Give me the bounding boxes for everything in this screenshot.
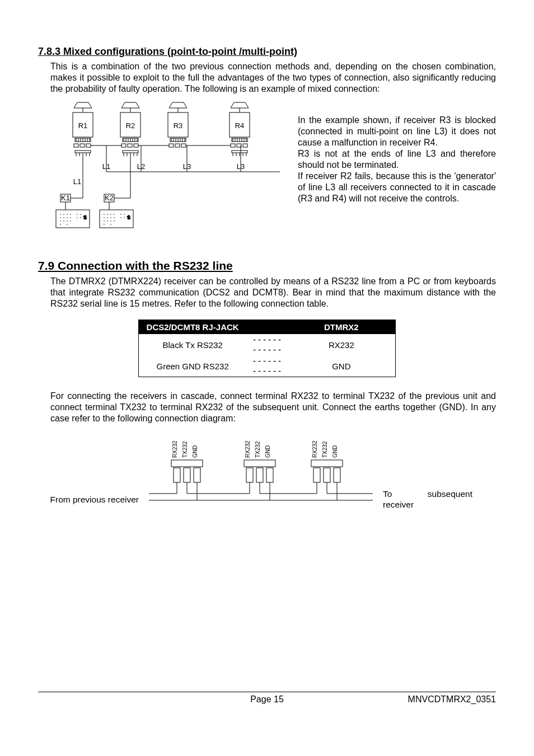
connection-table: DCS2/DCMT8 RJ-JACK DTMRX2 Black Tx RS232…: [138, 320, 396, 377]
svg-point-115: [124, 214, 125, 215]
label-from-previous: From previous receiver: [38, 454, 139, 505]
svg-point-110: [104, 214, 105, 215]
footer-page: Page 15: [38, 694, 496, 705]
svg-point-106: [67, 220, 68, 222]
cell-left: Green GND RS232: [139, 355, 247, 377]
svg-rect-132: [184, 468, 190, 482]
svg-point-92: [60, 214, 61, 215]
table-row: Green GND RS232 ------------ GND: [139, 355, 396, 377]
svg-point-96: [77, 214, 78, 215]
para-79-1: The DTMRX2 (DTMRX224) receiver can be co…: [50, 276, 496, 309]
page-footer: Page 15 MNVCDTMRX2_0351: [38, 692, 496, 705]
svg-rect-146: [324, 468, 330, 482]
svg-rect-147: [334, 468, 340, 482]
svg-rect-144: [311, 460, 343, 467]
para-79-2: For connecting the receivers in cascade,…: [50, 391, 496, 424]
label-K2: K2: [105, 194, 114, 202]
label-L1b: L1: [73, 177, 81, 186]
svg-marker-0: [74, 102, 92, 108]
svg-point-105: [63, 220, 64, 222]
svg-rect-32: [128, 144, 132, 147]
heading-783: 7.8.3 Mixed configurations (point-to-poi…: [38, 46, 496, 58]
svg-point-108: [60, 224, 61, 225]
svg-point-113: [114, 214, 115, 215]
svg-rect-138: [246, 468, 253, 482]
svg-marker-40: [169, 102, 187, 108]
svg-rect-68: [232, 151, 247, 153]
svg-rect-137: [244, 460, 275, 467]
svg-point-112: [110, 214, 111, 215]
svg-rect-130: [171, 460, 203, 467]
svg-point-101: [70, 217, 71, 218]
cell-sep: ------------: [246, 355, 287, 377]
pin-rx232: RX232: [312, 440, 318, 458]
svg-point-111: [107, 214, 108, 215]
label-R1: R1: [78, 121, 88, 130]
figure2-row: From previous receiver RX232 TX232 GND: [38, 438, 496, 522]
svg-point-114: [120, 214, 121, 215]
example-paragraph: In the example shown, if receiver R3 is …: [298, 100, 496, 204]
svg-rect-34: [123, 151, 138, 153]
svg-rect-12: [80, 144, 85, 147]
pin-gnd: GND: [192, 445, 198, 458]
svg-point-117: [107, 217, 108, 218]
svg-point-100: [67, 217, 68, 218]
heading-79: 7.9 Connection with the RS232 line: [38, 259, 496, 273]
svg-point-119: [114, 217, 115, 218]
svg-point-125: [114, 220, 115, 222]
cell-left: Black Tx RS232: [139, 334, 247, 355]
pin-tx232: TX232: [322, 441, 328, 458]
svg-point-104: [60, 220, 61, 222]
svg-point-123: [107, 220, 108, 222]
pin-tx232: TX232: [255, 441, 261, 458]
diagram-cascade: RX232 TX232 GND RX232 TX232: [149, 438, 373, 522]
para-783: This is a combination of the two previou…: [50, 61, 496, 95]
svg-marker-20: [121, 102, 139, 108]
svg-point-118: [110, 217, 111, 218]
svg-rect-65: [231, 144, 235, 147]
svg-rect-145: [313, 468, 320, 482]
label-to-subsequent: To subsequent receiver: [383, 449, 472, 510]
label-R2: R2: [126, 121, 135, 130]
svg-rect-33: [134, 144, 138, 147]
label-R3: R3: [174, 121, 183, 130]
svg-point-126: [104, 224, 105, 225]
svg-point-94: [67, 214, 68, 215]
svg-point-124: [110, 220, 111, 222]
cell-sep: ------------: [246, 334, 287, 355]
svg-rect-11: [74, 144, 78, 147]
svg-point-99: [63, 217, 64, 218]
table-row: Black Tx RS232 ------------ RX232: [139, 334, 396, 355]
figure1-row: R1 R2: [50, 100, 496, 240]
diagram-mixed-config: R1 R2: [50, 100, 280, 240]
svg-point-98: [60, 217, 61, 218]
svg-rect-53: [181, 144, 186, 147]
label-R4: R4: [235, 121, 245, 130]
svg-point-107: [70, 220, 71, 222]
svg-point-95: [70, 214, 71, 215]
svg-point-97: [80, 214, 81, 215]
svg-point-109: [67, 224, 68, 225]
svg-rect-139: [256, 468, 263, 482]
pin-tx232: TX232: [182, 441, 188, 458]
svg-rect-31: [121, 144, 126, 147]
pin-gnd: GND: [265, 445, 271, 458]
pin-gnd: GND: [332, 445, 338, 458]
svg-point-102: [77, 217, 78, 218]
svg-rect-14: [75, 151, 91, 153]
label-K1: K1: [61, 194, 70, 202]
svg-rect-13: [86, 144, 91, 147]
svg-rect-131: [174, 468, 180, 482]
pin-rx232: RX232: [172, 440, 178, 458]
th-right: DTMRX2: [288, 320, 396, 335]
cell-right: GND: [288, 355, 396, 377]
svg-rect-133: [194, 468, 200, 482]
svg-point-93: [63, 214, 64, 215]
th-left: DCS2/DCMT8 RJ-JACK: [139, 320, 247, 335]
svg-point-127: [110, 224, 111, 225]
svg-rect-67: [243, 144, 247, 147]
svg-point-121: [124, 217, 125, 218]
svg-point-103: [80, 217, 81, 218]
svg-rect-140: [266, 468, 273, 482]
svg-marker-54: [231, 102, 249, 108]
